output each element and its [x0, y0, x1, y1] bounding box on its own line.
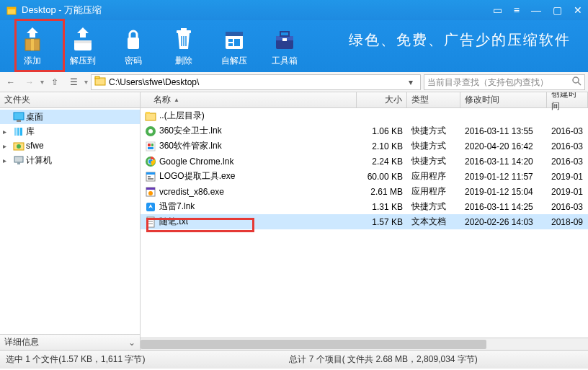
svg-rect-8	[181, 28, 187, 30]
file-type: 快捷方式	[407, 140, 460, 152]
svg-rect-34	[146, 113, 156, 120]
svg-rect-3	[31, 39, 34, 50]
path-dropdown-icon[interactable]: ▾	[404, 77, 417, 87]
menu-icon[interactable]: ≡	[514, 4, 520, 16]
file-size: 1.31 KB	[357, 202, 407, 212]
add-label: 添加	[24, 55, 41, 67]
extract-button[interactable]: 解压到	[58, 21, 108, 71]
file-size: 1.57 KB	[357, 217, 407, 227]
status-selected: 选中 1 个文件(1.57 KB，1,611 字节)	[6, 353, 145, 366]
maximize-icon[interactable]: ▢	[553, 4, 562, 16]
tree-label: sfwe	[26, 141, 44, 151]
svg-rect-32	[14, 157, 23, 162]
svg-rect-14	[228, 39, 233, 42]
svg-rect-1	[7, 7, 16, 9]
file-row[interactable]: 迅雷7.lnk1.31 KB快捷方式2016-03-11 14:252016-0…	[141, 199, 588, 214]
path-input[interactable]	[109, 77, 401, 87]
search-icon[interactable]	[571, 76, 582, 88]
svg-rect-48	[148, 178, 153, 180]
svg-rect-53	[147, 217, 154, 227]
file-ctime: 2018-09	[547, 217, 588, 227]
file-row[interactable]: ..(上层目录)	[141, 108, 588, 123]
tree-label: 库	[26, 125, 35, 138]
svg-rect-29	[20, 128, 22, 136]
search-box[interactable]	[424, 74, 585, 90]
file-icon	[145, 216, 156, 228]
back-button[interactable]: ←	[3, 75, 19, 89]
details-header[interactable]: 详细信息 ⌄	[0, 334, 140, 350]
file-row[interactable]: vcredist_x86.exe2.61 MB应用程序2019-01-12 15…	[141, 184, 588, 199]
delete-button[interactable]: 删除	[159, 21, 209, 71]
add-icon	[18, 26, 47, 52]
view-button[interactable]: ☰	[66, 75, 81, 89]
file-ctime: 2016-03	[547, 141, 588, 151]
file-icon	[145, 156, 156, 167]
delete-label: 删除	[175, 55, 192, 67]
path-bar[interactable]: ▾	[91, 74, 421, 90]
sfx-label: 自解压	[221, 55, 247, 67]
file-name: vcredist_x86.exe	[159, 187, 224, 197]
sfx-button[interactable]: 自解压	[209, 21, 259, 71]
col-type[interactable]: 类型	[407, 92, 460, 107]
svg-line-24	[578, 82, 581, 85]
close-icon[interactable]: ✕	[574, 4, 582, 16]
file-mtime: 2016-03-11 14:20	[460, 157, 547, 167]
svg-rect-46	[146, 172, 155, 175]
add-button[interactable]: 添加	[7, 21, 58, 71]
col-ctime[interactable]: 创建时间	[547, 92, 588, 107]
expand-icon[interactable]: ▸	[3, 142, 12, 150]
file-type: 应用程序	[407, 185, 460, 198]
svg-rect-16	[234, 39, 240, 46]
minimize-icon[interactable]: —	[531, 4, 541, 16]
file-row[interactable]: 360安全卫士.lnk1.06 KB快捷方式2016-03-11 13:5520…	[141, 123, 588, 138]
svg-rect-27	[14, 128, 17, 136]
col-size[interactable]: 大小	[357, 92, 407, 107]
file-ctime: 2019-01	[547, 187, 588, 197]
horizontal-scrollbar[interactable]	[141, 338, 588, 350]
file-size: 60.00 KB	[357, 172, 407, 182]
password-button[interactable]: 密码	[108, 21, 159, 71]
svg-rect-19	[280, 32, 289, 36]
window-title: Desktop - 万能压缩	[22, 4, 493, 17]
expand-icon[interactable]: ▸	[3, 128, 12, 136]
tree-item-2[interactable]: ▸sfwe	[0, 138, 140, 153]
expand-icon[interactable]: ▸	[3, 157, 12, 164]
svg-rect-50	[146, 188, 155, 190]
folder-tree: 桌面▸库▸sfwe▸计算机	[0, 108, 140, 334]
svg-rect-22	[95, 76, 99, 79]
search-input[interactable]	[427, 77, 571, 87]
up-button[interactable]: ⇧	[47, 75, 63, 89]
feedback-icon[interactable]: ▭	[493, 4, 502, 16]
file-row[interactable]: Google Chrome.lnk2.24 KB快捷方式2016-03-11 1…	[141, 154, 588, 169]
col-mtime[interactable]: 修改时间	[460, 92, 547, 107]
file-ctime: 2019-01	[547, 172, 588, 182]
trash-icon	[169, 26, 198, 52]
tree-item-1[interactable]: ▸库	[0, 124, 140, 138]
file-ctime: 2016-03	[547, 126, 588, 136]
file-size: 2.10 KB	[357, 141, 407, 151]
sidebar-header: 文件夹	[0, 92, 140, 108]
file-row[interactable]: LOGO提取工具.exe60.00 KB应用程序2019-01-12 11:57…	[141, 169, 588, 184]
forward-button[interactable]: →	[22, 75, 37, 89]
tree-icon	[13, 111, 24, 123]
file-icon	[145, 141, 156, 152]
file-type: 应用程序	[407, 170, 460, 182]
file-name: 360软件管家.lnk	[159, 140, 222, 152]
chevron-down-icon: ⌄	[128, 338, 135, 348]
tree-icon	[13, 154, 24, 166]
tree-item-3[interactable]: ▸计算机	[0, 153, 140, 167]
tree-item-0[interactable]: 桌面	[0, 110, 140, 124]
file-type: 快捷方式	[407, 125, 460, 137]
svg-rect-39	[148, 144, 151, 146]
file-row[interactable]: 360软件管家.lnk2.10 KB快捷方式2020-04-20 16:4220…	[141, 138, 588, 154]
file-mtime: 2020-04-20 16:42	[460, 141, 547, 151]
tree-label: 桌面	[26, 111, 43, 123]
svg-rect-41	[148, 147, 153, 149]
column-headers: 名称 大小 类型 修改时间 创建时间	[141, 92, 588, 108]
titlebar: Desktop - 万能压缩 ▭ ≡ — ▢ ✕	[0, 0, 588, 20]
col-name[interactable]: 名称	[141, 92, 357, 107]
svg-rect-35	[146, 112, 150, 114]
file-row[interactable]: 随笔.txt1.57 KB文本文档2020-02-26 14:032018-09	[141, 214, 588, 229]
file-size: 2.61 MB	[357, 187, 407, 197]
tools-button[interactable]: 工具箱	[259, 21, 310, 71]
